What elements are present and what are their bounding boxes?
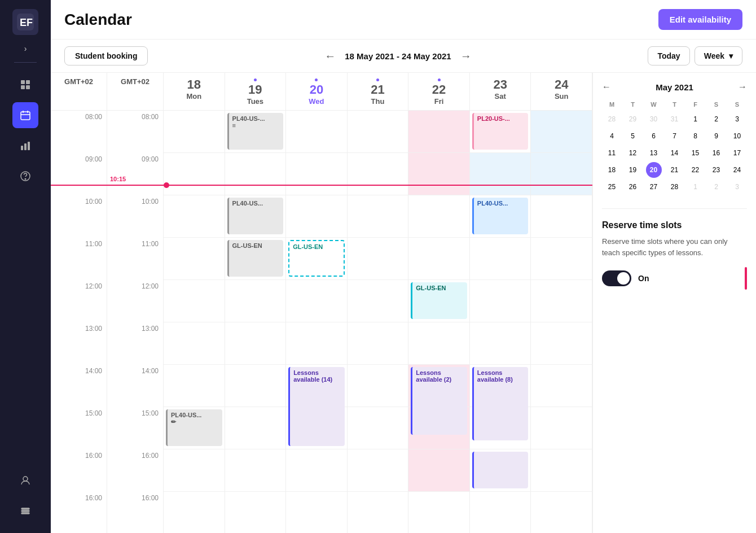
cell-sun-1400[interactable] <box>531 365 592 407</box>
mini-day-13[interactable]: 13 <box>646 145 662 161</box>
mini-day-11[interactable]: 11 <box>604 145 620 161</box>
mini-day-1[interactable]: 1 <box>688 111 704 127</box>
cell-tue-1300[interactable] <box>225 322 287 365</box>
cell-tue-1200[interactable] <box>225 280 287 322</box>
cell-tue-0900[interactable] <box>225 153 287 195</box>
cell-sun-1100[interactable] <box>531 238 592 280</box>
cell-mon-0800[interactable] <box>164 111 225 153</box>
sidebar-item-settings[interactable] <box>12 498 38 524</box>
cell-wed-1000[interactable] <box>286 195 348 238</box>
event-wed-gl-11[interactable]: GL-US-EN <box>288 240 345 277</box>
mini-day-25[interactable]: 25 <box>604 179 620 195</box>
mini-day-6[interactable]: 6 <box>646 128 662 144</box>
cell-sun-1200[interactable] <box>531 280 592 322</box>
mini-day-18[interactable]: 18 <box>604 162 620 178</box>
cell-tue-1600b[interactable] <box>225 492 287 533</box>
cell-thu-1600[interactable] <box>348 449 409 492</box>
event-sat-pl20-8[interactable]: PL20-US-... <box>472 113 529 150</box>
cell-thu-1000[interactable] <box>348 195 409 238</box>
today-button[interactable]: Today <box>648 46 689 65</box>
mini-cal-next[interactable]: → <box>738 82 747 92</box>
mini-day-12[interactable]: 12 <box>625 145 641 161</box>
cell-fri-0800[interactable] <box>408 111 470 153</box>
cell-sun-1600[interactable] <box>531 449 592 492</box>
cell-fri-1100[interactable] <box>408 238 470 280</box>
student-booking-button[interactable]: Student booking <box>64 46 148 65</box>
cell-sat-1000[interactable]: PL40-US... <box>470 195 531 238</box>
cell-sat-0900[interactable] <box>470 153 531 195</box>
cell-thu-1500[interactable] <box>348 407 409 449</box>
prev-week-button[interactable]: ← <box>324 50 336 63</box>
cell-wed-0800[interactable] <box>286 111 348 153</box>
cell-thu-1600b[interactable] <box>348 492 409 533</box>
mini-day-30a[interactable]: 30 <box>646 111 662 127</box>
cell-mon-1600[interactable] <box>164 449 225 492</box>
week-button[interactable]: Week ▾ <box>695 46 742 65</box>
cell-fri-1400[interactable]: Lessons available (2) <box>408 365 470 407</box>
edit-availability-button[interactable]: Edit availability <box>658 9 742 30</box>
cell-wed-0900[interactable] <box>286 153 348 195</box>
cell-wed-1100[interactable]: GL-US-EN <box>286 238 348 280</box>
cell-mon-1100[interactable] <box>164 238 225 280</box>
mini-day-23[interactable]: 23 <box>709 162 724 178</box>
event-sat-pl40-10[interactable]: PL40-US... <box>472 198 529 234</box>
cell-mon-1400[interactable] <box>164 365 225 407</box>
cell-fri-0900[interactable] <box>408 153 470 195</box>
mini-day-4[interactable]: 4 <box>604 128 620 144</box>
cell-tue-1000[interactable]: PL40-US... <box>225 195 287 238</box>
mini-day-9[interactable]: 9 <box>709 128 724 144</box>
cell-thu-1400[interactable] <box>348 365 409 407</box>
mini-day-26[interactable]: 26 <box>625 179 641 195</box>
cell-tue-1500[interactable] <box>225 407 287 449</box>
cell-sat-0800[interactable]: PL20-US-... <box>470 111 531 153</box>
cell-tue-0800[interactable]: PL40-US-... ≡ <box>225 111 287 153</box>
cell-thu-1300[interactable] <box>348 322 409 365</box>
sidebar-toggle[interactable]: › <box>24 44 27 53</box>
cell-mon-1300[interactable] <box>164 322 225 365</box>
mini-day-24[interactable]: 24 <box>729 162 745 178</box>
mini-day-21[interactable]: 21 <box>667 162 683 178</box>
mini-day-31a[interactable]: 31 <box>667 111 683 127</box>
mini-day-3[interactable]: 3 <box>729 111 745 127</box>
cell-thu-0800[interactable] <box>348 111 409 153</box>
event-tue-gl-11[interactable]: GL-US-EN <box>227 240 284 277</box>
cell-fri-1200[interactable]: GL-US-EN <box>408 280 470 322</box>
cell-sat-1600[interactable] <box>470 449 531 492</box>
cell-fri-1300[interactable] <box>408 322 470 365</box>
cell-wed-1600[interactable] <box>286 449 348 492</box>
cell-sat-1400[interactable]: Lessons available (8) <box>470 365 531 407</box>
event-wed-pl40-8[interactable]: PL40-US-... ≡ <box>227 113 284 150</box>
event-sat-lessons-14[interactable]: Lessons available (8) <box>472 367 529 440</box>
sidebar-item-help[interactable] <box>12 163 38 189</box>
cell-wed-1300[interactable] <box>286 322 348 365</box>
cell-fri-1000[interactable] <box>408 195 470 238</box>
mini-day-7[interactable]: 7 <box>667 128 683 144</box>
cell-sat-1300[interactable] <box>470 322 531 365</box>
sidebar-item-profile[interactable] <box>12 468 38 493</box>
sidebar-item-calendar[interactable] <box>12 102 38 128</box>
mini-day-5[interactable]: 5 <box>625 128 641 144</box>
cell-thu-1200[interactable] <box>348 280 409 322</box>
mini-day-27[interactable]: 27 <box>646 179 662 195</box>
event-tue-pl40-10[interactable]: PL40-US... <box>227 198 284 234</box>
cell-sun-0800[interactable] <box>531 111 592 153</box>
mini-day-14[interactable]: 14 <box>667 145 683 161</box>
event-sat-lessons-16[interactable] <box>472 452 529 488</box>
event-wed-lessons-14[interactable]: Lessons available (14) <box>288 367 345 446</box>
cell-tue-1100[interactable]: GL-US-EN <box>225 238 287 280</box>
event-fri-lessons-14[interactable]: Lessons available (2) <box>411 367 467 435</box>
mini-day-15[interactable]: 15 <box>688 145 704 161</box>
cell-fri-1600b[interactable] <box>408 492 470 533</box>
mini-day-29a[interactable]: 29 <box>625 111 641 127</box>
cell-mon-1000[interactable] <box>164 195 225 238</box>
cell-mon-1600b[interactable] <box>164 492 225 533</box>
cell-sun-1000[interactable] <box>531 195 592 238</box>
cell-sat-1600b[interactable] <box>470 492 531 533</box>
cell-thu-0900[interactable] <box>348 153 409 195</box>
cell-sat-1200[interactable] <box>470 280 531 322</box>
cell-sun-1300[interactable] <box>531 322 592 365</box>
mini-cal-prev[interactable]: ← <box>602 82 611 92</box>
mini-day-16[interactable]: 16 <box>709 145 724 161</box>
sidebar-item-reports[interactable] <box>12 133 38 159</box>
mini-day-19[interactable]: 19 <box>625 162 641 178</box>
